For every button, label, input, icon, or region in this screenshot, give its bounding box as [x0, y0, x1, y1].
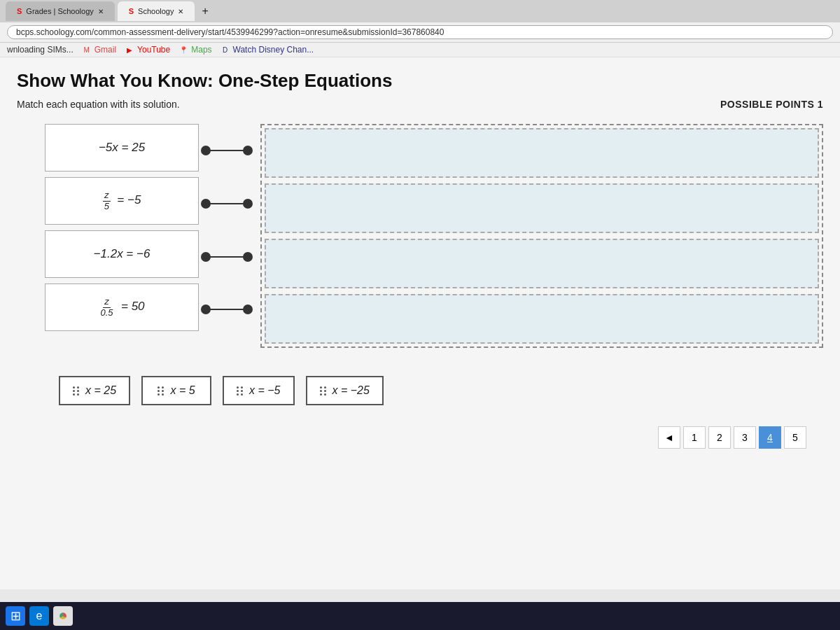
equation-4-text: z 0.5 = 50 [99, 297, 144, 318]
bookmark-sims-label: wnloading SIMs... [7, 45, 74, 55]
fraction-numerator-2: z [103, 297, 111, 307]
drop-zone-1[interactable] [265, 128, 819, 178]
tab-close-grades[interactable]: ✕ [98, 8, 104, 15]
bookmarks-bar: wnloading SIMs... M Gmail ▶ YouTube 📍 Ma… [0, 43, 840, 57]
dot-eq3-right [243, 252, 253, 262]
connector-lines-svg [199, 124, 255, 348]
left-section: −5x = 25 z 5 = −5 − [17, 124, 255, 348]
browser-tabs: S Grades | Schoology ✕ S Schoology ✕ + [0, 0, 840, 22]
dot-eq2-right [243, 199, 253, 209]
fraction-denominator: 5 [103, 202, 111, 211]
page-title: Show What You Know: One-Step Equations [0, 57, 840, 99]
bookmark-maps[interactable]: 📍 Maps [178, 45, 211, 55]
equation-1-text: −5x = 25 [99, 141, 145, 155]
answer-chip-x5[interactable]: x = 5 [141, 376, 211, 405]
page-1-button[interactable]: 1 [683, 426, 706, 449]
address-bar[interactable]: bcps.schoology.com/common-assessment-del… [7, 25, 833, 39]
equation-box-2[interactable]: z 5 = −5 [45, 177, 199, 225]
equation-box-1[interactable]: −5x = 25 [45, 124, 199, 172]
page-5-button[interactable]: 5 [784, 426, 806, 449]
tab-close-schoology[interactable]: ✕ [178, 8, 183, 15]
answer-chip-x5-text: x = 5 [170, 384, 195, 397]
disney-icon: D [220, 45, 230, 55]
equation-3-text: −1.2x = −6 [94, 247, 150, 261]
fraction-numerator: z [103, 190, 111, 201]
page-2-button[interactable]: 2 [708, 426, 731, 449]
drop-zone-4[interactable] [265, 294, 819, 344]
tab-grades[interactable]: S Grades | Schoology ✕ [6, 1, 115, 21]
match-area: −5x = 25 z 5 = −5 − [17, 124, 823, 348]
equation-box-4[interactable]: z 0.5 = 50 [45, 284, 199, 331]
gmail-icon: M [82, 45, 92, 55]
new-tab-button[interactable]: + [197, 5, 212, 18]
bookmark-youtube[interactable]: ▶ YouTube [125, 45, 170, 55]
answer-chip-x25-text: x = 25 [85, 384, 116, 397]
equation-2-text: z 5 = −5 [103, 190, 141, 211]
drop-zone-2[interactable] [265, 183, 819, 233]
page-3-button[interactable]: 3 [734, 426, 756, 449]
equations-column: −5x = 25 z 5 = −5 − [45, 124, 199, 337]
answer-chip-xneg5-text: x = −5 [249, 384, 280, 397]
question-instruction: Match each equation with its solution. [17, 99, 180, 110]
possible-points: POSSIBLE POINTS 1 [720, 99, 823, 110]
question-area: Match each equation with its solution. P… [0, 99, 840, 470]
tab-schoology[interactable]: S Schoology ✕ [118, 1, 195, 21]
dot-eq4-right [243, 304, 253, 314]
answer-chip-xneg25-text: x = −25 [332, 384, 370, 397]
fraction-denominator-2: 0.5 [99, 308, 114, 318]
answer-chip-xneg25[interactable]: x = −25 [306, 376, 384, 405]
answer-chip-x25[interactable]: x = 25 [59, 376, 130, 405]
fraction-z5: z 5 [103, 190, 111, 211]
drag-handle-3 [237, 386, 244, 396]
drag-handle-2 [158, 386, 164, 396]
bookmark-disney-label: Watch Disney Chan... [233, 45, 314, 55]
bookmark-gmail[interactable]: M Gmail [82, 45, 116, 55]
maps-icon: 📍 [178, 45, 188, 55]
answer-chip-xneg5[interactable]: x = −5 [223, 376, 294, 405]
bookmark-sims[interactable]: wnloading SIMs... [7, 45, 74, 55]
bookmark-youtube-label: YouTube [137, 45, 170, 55]
bookmark-gmail-label: Gmail [94, 45, 116, 55]
page-content: Show What You Know: One-Step Equations M… [0, 57, 840, 589]
drag-handle-1 [73, 386, 80, 396]
fraction-z05: z 0.5 [99, 297, 114, 318]
drag-handle-4 [320, 386, 327, 396]
answer-choices-row: x = 25 x = 5 x = −5 [59, 376, 823, 405]
right-drop-zone[interactable] [260, 124, 823, 348]
youtube-icon: ▶ [125, 45, 134, 55]
page-4-button[interactable]: 4 [759, 426, 781, 449]
equation-box-3[interactable]: −1.2x = −6 [45, 230, 199, 278]
bookmark-disney[interactable]: D Watch Disney Chan... [220, 45, 314, 55]
address-bar-row: bcps.schoology.com/common-assessment-del… [0, 22, 840, 43]
dot-eq1-right [243, 146, 253, 155]
drop-zone-3[interactable] [265, 239, 819, 288]
prev-page-button[interactable]: ◄ [658, 426, 680, 449]
pagination: ◄ 1 2 3 4 5 [17, 405, 823, 470]
bookmark-maps-label: Maps [191, 45, 211, 55]
question-header: Match each equation with its solution. P… [17, 99, 823, 110]
